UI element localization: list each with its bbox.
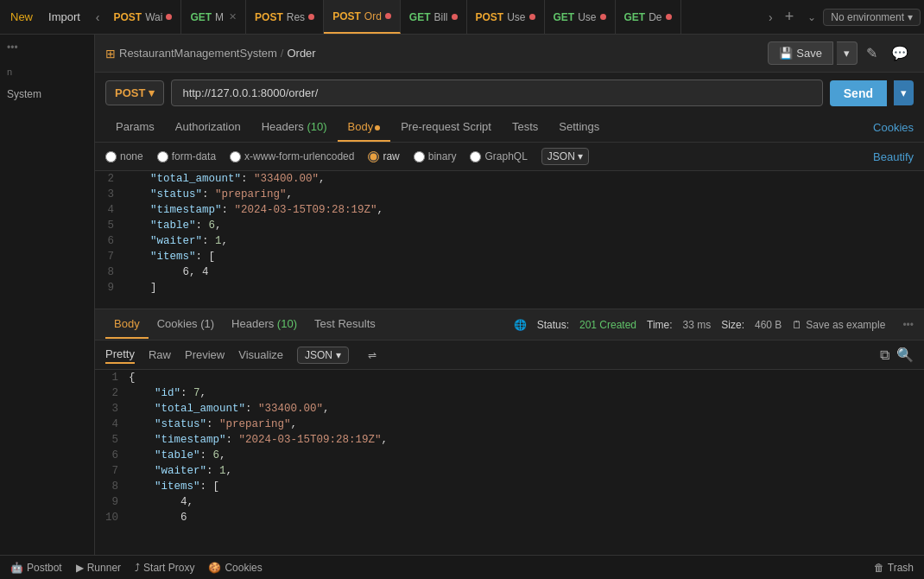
tab-pre-request[interactable]: Pre-request Script <box>390 113 502 142</box>
code-line: 3 "status": "preparing", <box>95 187 924 202</box>
option-binary[interactable]: binary <box>414 150 457 162</box>
url-input[interactable] <box>171 80 822 106</box>
globe-icon: 🌐 <box>514 319 527 331</box>
method-label: POST <box>115 86 145 99</box>
response-line: 3 "total_amount": "33400.00", <box>95 401 924 417</box>
comment-button[interactable]: 💬 <box>886 41 914 65</box>
response-line: 4 "status": "preparing", <box>95 417 924 432</box>
breadcrumb-separator: / <box>281 47 284 60</box>
tab-method: POST <box>114 11 142 23</box>
body-options: none form-data x-www-form-urlencoded raw… <box>95 143 924 171</box>
code-line: 9 ] <box>95 280 924 296</box>
option-graphql[interactable]: GraphQL <box>470 150 527 162</box>
tab-tests[interactable]: Tests <box>502 113 548 142</box>
beautify-button[interactable]: Beautify <box>873 150 914 163</box>
tab-get-bill[interactable]: GET Bill <box>401 0 467 34</box>
new-button[interactable]: New <box>3 7 40 27</box>
response-code[interactable]: 1{2 "id": 7,3 "total_amount": "33400.00"… <box>95 370 924 555</box>
option-raw[interactable]: raw <box>368 150 399 162</box>
bottom-bar: 🤖 Postbot ▶ Runner ⤴ Start Proxy 🍪 Cooki… <box>0 555 924 579</box>
tab-label: Bill <box>434 11 447 23</box>
send-dropdown-button[interactable]: ▾ <box>894 80 914 105</box>
cookies-bottom-item[interactable]: 🍪 Cookies <box>208 562 262 574</box>
copy-response-button[interactable]: ⧉ <box>880 347 889 363</box>
resp-tab-test-results[interactable]: Test Results <box>306 310 384 339</box>
chevron-down-icon: ▾ <box>149 86 155 99</box>
tab-get-m[interactable]: GET M ✕ <box>181 0 246 34</box>
tab-method: POST <box>332 10 361 22</box>
tab-settings[interactable]: Settings <box>548 113 610 142</box>
option-form-data[interactable]: form-data <box>157 150 216 162</box>
tab-label: De <box>649 11 661 23</box>
sidebar-menu[interactable]: ••• <box>0 35 94 60</box>
url-bar: POST ▾ Send ▾ <box>95 73 924 113</box>
sidebar-item-system-label: System <box>0 83 94 105</box>
tab-dot <box>308 14 314 20</box>
filter-icon[interactable]: ⇌ <box>368 349 377 361</box>
tab-post-use[interactable]: POST Use <box>467 0 545 34</box>
tab-headers[interactable]: Headers (10) <box>251 113 338 142</box>
send-button[interactable]: Send <box>830 80 887 106</box>
response-format-select[interactable]: JSON ▾ <box>297 347 349 364</box>
save-as-example[interactable]: 🗒 Save as example <box>792 319 885 331</box>
env-selector[interactable]: No environment ▾ <box>823 9 921 26</box>
time-value: 33 ms <box>683 319 712 331</box>
close-icon[interactable]: ✕ <box>229 11 237 22</box>
tab-nav-prev[interactable]: ‹ <box>91 9 105 26</box>
runner-item[interactable]: ▶ Runner <box>76 562 121 574</box>
tab-dot <box>600 14 606 20</box>
tab-overflow-button[interactable]: ⌄ <box>801 11 823 23</box>
tab-post-wai[interactable]: POST Wai <box>105 0 182 34</box>
resp-tab-body[interactable]: Body <box>105 310 149 339</box>
tab-nav-next[interactable]: › <box>763 9 778 26</box>
trash-icon: 🗑 <box>874 562 884 574</box>
save-button[interactable]: 💾 Save <box>768 41 833 65</box>
resp-body-tab-preview[interactable]: Preview <box>185 347 225 363</box>
chevron-down-icon: ▾ <box>578 150 583 162</box>
add-tab-button[interactable]: + <box>778 8 801 26</box>
tabs-container: POST Wai GET M ✕ POST Res POST Ord GET B… <box>105 0 764 34</box>
cookies-icon: 🍪 <box>208 562 221 574</box>
json-type-select[interactable]: JSON ▾ <box>541 148 589 165</box>
chevron-down-icon: ▾ <box>908 11 913 23</box>
tab-method: POST <box>255 11 283 23</box>
env-label: No environment <box>831 11 904 23</box>
save-icon: 🗒 <box>792 319 802 331</box>
resp-tab-headers[interactable]: Headers (10) <box>223 310 306 339</box>
option-urlencoded[interactable]: x-www-form-urlencoded <box>230 150 354 162</box>
resp-tab-cookies[interactable]: Cookies (1) <box>149 310 223 339</box>
resp-body-tab-pretty[interactable]: Pretty <box>105 346 135 364</box>
response-body-actions: ⧉ 🔍 <box>880 347 914 363</box>
tab-method: GET <box>554 11 575 23</box>
tab-post-ord[interactable]: POST Ord <box>324 0 401 34</box>
postbot-icon: 🤖 <box>10 562 23 574</box>
save-dropdown-button[interactable]: ▾ <box>837 41 858 65</box>
postbot-item[interactable]: 🤖 Postbot <box>10 562 62 574</box>
response-line: 5 "timestamp": "2024-03-15T09:28:19Z", <box>95 432 924 448</box>
body-dot <box>375 125 380 130</box>
code-line: 6 "waiter": 1, <box>95 233 924 249</box>
breadcrumb-collection[interactable]: RestaurantManagementSystem <box>119 47 277 60</box>
search-response-button[interactable]: 🔍 <box>896 347 914 363</box>
response-line: 10 6 <box>95 510 924 525</box>
edit-button[interactable]: ✎ <box>861 41 883 65</box>
more-options-icon[interactable]: ••• <box>902 319 914 331</box>
option-none[interactable]: none <box>105 150 143 162</box>
tab-params[interactable]: Params <box>105 113 165 142</box>
tab-post-res[interactable]: POST Res <box>246 0 324 34</box>
method-select[interactable]: POST ▾ <box>105 80 164 105</box>
resp-body-tab-visualize[interactable]: Visualize <box>238 347 283 363</box>
import-button[interactable]: Import <box>41 7 87 27</box>
tab-body[interactable]: Body <box>338 113 391 142</box>
proxy-item[interactable]: ⤴ Start Proxy <box>135 562 194 574</box>
tab-authorization[interactable]: Authorization <box>165 113 251 142</box>
tab-get-de[interactable]: GET De <box>616 0 681 34</box>
request-body-editor[interactable]: 2 "total_amount": "33400.00",3 "status":… <box>95 171 924 309</box>
trash-item[interactable]: 🗑 Trash <box>874 562 914 574</box>
tab-get-use[interactable]: GET Use <box>545 0 616 34</box>
resp-body-tab-raw[interactable]: Raw <box>149 347 171 363</box>
tab-dot <box>166 14 172 20</box>
cookies-link[interactable]: Cookies <box>873 121 914 134</box>
chevron-down-icon: ▾ <box>336 349 341 361</box>
tab-dot <box>452 14 458 20</box>
